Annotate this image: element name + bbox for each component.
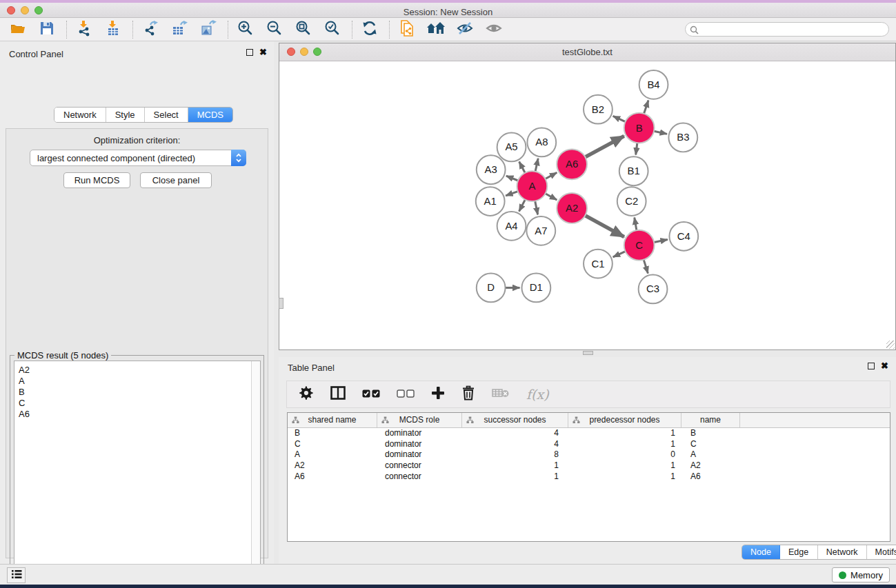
close-table-panel-button[interactable]: ✖	[881, 362, 888, 370]
list-item[interactable]: A	[14, 376, 260, 387]
delete-column-button[interactable]	[461, 384, 475, 405]
show-panel-button[interactable]	[483, 19, 505, 40]
graph-node-A6[interactable]: A6	[557, 149, 587, 179]
refresh-button[interactable]	[359, 19, 381, 40]
graph-edge-C-C2[interactable]	[635, 218, 637, 231]
zoom-out-button[interactable]	[263, 19, 286, 40]
column-header-name[interactable]: name	[681, 413, 740, 427]
float-table-panel-button[interactable]	[868, 363, 875, 369]
graph-edge-B-B3[interactable]	[654, 131, 667, 134]
graph-node-C2[interactable]: C2	[617, 187, 646, 216]
column-header-mcds-role[interactable]: MCDS role	[377, 413, 462, 427]
export-image-button[interactable]	[197, 19, 219, 40]
split-table-button[interactable]	[330, 384, 346, 405]
graph-edge-C-C3[interactable]	[644, 260, 648, 274]
table-row[interactable]: Adominator80A	[288, 449, 890, 460]
search-input[interactable]	[685, 22, 889, 37]
graph-node-C3[interactable]: C3	[639, 275, 668, 304]
graph-edge-A-A2[interactable]	[546, 194, 557, 200]
add-column-button[interactable]	[431, 384, 445, 405]
graph-node-A3[interactable]: A3	[477, 155, 506, 184]
graph-edge-A-A7[interactable]	[535, 201, 538, 215]
column-header-successor-nodes[interactable]: successor nodes	[462, 413, 568, 427]
graph-node-A5[interactable]: A5	[497, 133, 526, 162]
graph-edge-C-C4[interactable]	[654, 239, 668, 242]
export-table-button[interactable]	[168, 19, 190, 40]
graph-node-A4[interactable]: A4	[497, 212, 526, 241]
graph-node-C1[interactable]: C1	[584, 250, 613, 278]
save-session-button[interactable]	[36, 19, 58, 40]
graph-node-B2[interactable]: B2	[584, 95, 613, 124]
graph-node-B4[interactable]: B4	[639, 70, 668, 99]
graph-node-A7[interactable]: A7	[526, 216, 555, 245]
graph-edge-C-C1[interactable]	[613, 252, 626, 257]
list-item[interactable]: C	[14, 398, 260, 409]
graph-edge-A-A6[interactable]	[546, 172, 557, 179]
graph-edge-B-B4[interactable]	[644, 101, 648, 114]
graph-node-B1[interactable]: B1	[619, 156, 648, 185]
task-history-button[interactable]	[7, 567, 26, 583]
graph-node-D1[interactable]: D1	[521, 274, 550, 303]
graph-edge-A-A4[interactable]	[519, 200, 526, 212]
graph-edge-A-A8[interactable]	[535, 159, 538, 172]
zoom-in-button[interactable]	[235, 19, 257, 40]
hide-panel-button[interactable]	[454, 19, 476, 40]
memory-button[interactable]: Memory	[832, 567, 890, 582]
graph-node-B3[interactable]: B3	[668, 123, 697, 152]
list-item[interactable]: B	[14, 387, 260, 398]
graph-edge-A-A1[interactable]	[506, 192, 518, 196]
criterion-dropdown[interactable]: largest connected component (directed)	[30, 150, 246, 166]
float-panel-button[interactable]	[246, 49, 253, 56]
tab-select[interactable]: Select	[145, 108, 188, 122]
open-session-button[interactable]	[7, 19, 29, 40]
graph-edge-A6-B[interactable]	[585, 136, 624, 156]
import-network-button[interactable]	[73, 19, 95, 40]
graph-node-C4[interactable]: C4	[669, 222, 698, 251]
graph-edge-B-B1[interactable]	[636, 143, 637, 154]
graph-edge-A2-C[interactable]	[585, 216, 624, 237]
column-header-shared-name[interactable]: shared name	[288, 413, 377, 427]
graph-node-A1[interactable]: A1	[476, 187, 505, 216]
splitter-handle-bottom[interactable]	[583, 351, 593, 355]
graph-edge-A-A3[interactable]	[506, 176, 518, 181]
tab-network-table[interactable]: Network Table	[818, 545, 867, 559]
graph-node-D[interactable]: D	[477, 274, 506, 303]
graph-node-A2[interactable]: A2	[557, 193, 587, 223]
import-table-button[interactable]	[102, 19, 124, 40]
select-all-button[interactable]	[362, 384, 380, 405]
network-canvas[interactable]: B4B2BB3A8A5A6A3B1AA1C2A2A4A7C4CC1C3DD1	[279, 62, 895, 349]
new-network-from-file-button[interactable]	[396, 19, 418, 40]
column-header-predecessor-nodes[interactable]: predecessor nodes	[568, 413, 681, 427]
tab-network[interactable]: Network	[54, 108, 106, 122]
list-item[interactable]: A6	[14, 409, 260, 420]
zoom-selected-button[interactable]	[321, 19, 344, 40]
table-row[interactable]: Bdominator41B	[288, 428, 890, 439]
tab-style[interactable]: Style	[106, 108, 145, 122]
table-row[interactable]: A2connector11A2	[288, 460, 890, 472]
tab-motifs[interactable]: Motifs	[867, 545, 896, 559]
graph-edge-A-A5[interactable]	[519, 162, 526, 173]
table-row[interactable]: A6connector11A6	[288, 472, 890, 483]
table-settings-button[interactable]	[299, 384, 314, 405]
table-row[interactable]: Cdominator41C	[288, 439, 890, 450]
tab-mcds[interactable]: MCDS	[188, 108, 232, 122]
list-item[interactable]: A2	[14, 361, 260, 376]
tab-edge-table[interactable]: Edge Table	[780, 545, 818, 559]
deselect-all-button[interactable]	[397, 384, 415, 405]
tab-node-table[interactable]: Node Table	[742, 545, 780, 559]
graph-node-A[interactable]: A	[517, 171, 547, 201]
splitter-handle-left[interactable]	[279, 298, 283, 309]
graph-edge-B-B2[interactable]	[613, 116, 626, 121]
run-mcds-button[interactable]: Run MCDS	[63, 172, 130, 188]
export-network-button[interactable]	[139, 19, 161, 40]
network-window-titlebar[interactable]: testGlobe.txt	[279, 43, 895, 61]
close-panel-button[interactable]: Close panel	[140, 172, 212, 188]
graph-node-A8[interactable]: A8	[527, 128, 556, 157]
window-resize-grip[interactable]	[886, 341, 895, 349]
zoom-fit-button[interactable]	[292, 19, 315, 40]
home-button[interactable]	[425, 19, 447, 40]
graph-node-C[interactable]: C	[624, 230, 655, 261]
list-scrollbar[interactable]	[251, 361, 260, 588]
close-panel-icon-button[interactable]: ✖	[259, 48, 267, 57]
graph-node-B[interactable]: B	[624, 113, 655, 143]
